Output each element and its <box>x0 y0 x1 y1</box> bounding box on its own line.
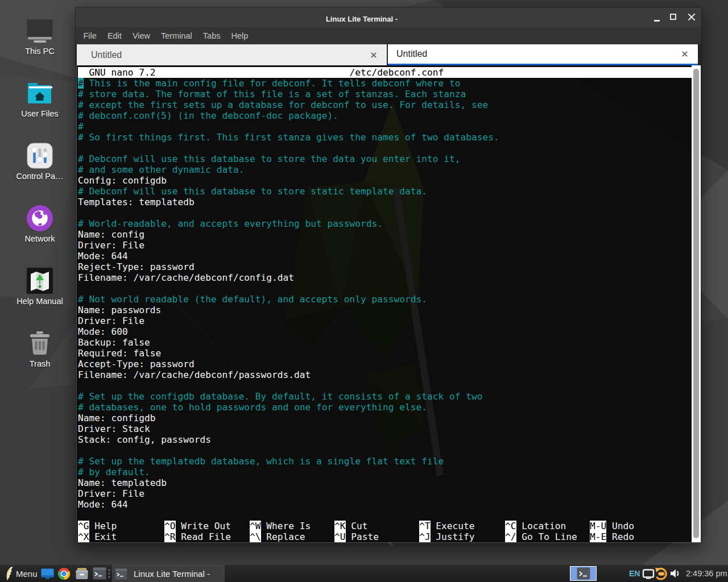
minimize-icon <box>654 20 660 22</box>
nano-line: # Debconf will use this database to stor… <box>78 153 692 164</box>
nano-shortcut-key: ^G <box>78 521 89 531</box>
desktop-icon-label: Trash <box>0 359 80 368</box>
nano-shortcut-key: ^X <box>78 531 89 542</box>
nano-line: Name: config <box>78 229 692 240</box>
nano-line: Stack: config, passwords <box>78 434 692 445</box>
control-panel-icon <box>26 142 53 169</box>
desktop-icon-control-pa[interactable]: Control Pa… <box>0 142 80 199</box>
nano-shortcut-bar: ^G Help^X Exit^O Write Out^R Read File^W… <box>78 521 692 542</box>
maximize-icon <box>670 14 676 20</box>
volume-tray-button[interactable] <box>669 565 682 582</box>
menu-terminal[interactable]: Terminal <box>156 31 198 40</box>
menu-view[interactable]: View <box>127 31 155 40</box>
nano-line <box>78 207 692 218</box>
window-titlebar[interactable]: Linux Lite Terminal - <box>76 7 701 27</box>
terminal-tab-1[interactable]: Untitled <box>77 44 387 65</box>
menu-button[interactable] <box>3 565 13 582</box>
nano-line <box>78 283 692 294</box>
nano-shortcut-key: ^W <box>250 521 261 531</box>
menu-tabs[interactable]: Tabs <box>197 31 226 40</box>
nano-shortcut-key: ^J <box>419 531 431 542</box>
nano-line: # except the first sets up a database fo… <box>78 99 692 110</box>
menu-help[interactable]: Help <box>226 31 254 40</box>
keyboard-layout-indicator[interactable]: EN <box>629 565 640 582</box>
nano-line: Mode: 600 <box>78 326 692 337</box>
menu-edit[interactable]: Edit <box>102 31 127 40</box>
tab-close-icon[interactable] <box>681 50 689 58</box>
maximize-button[interactable] <box>668 7 681 27</box>
volume-icon <box>669 568 682 579</box>
window-title: Linux Lite Terminal - <box>326 15 398 23</box>
nano-line: Name: configdb <box>78 413 692 423</box>
nano-line: # Not world readable (the default), and … <box>78 294 692 305</box>
terminal-scrollbar[interactable] <box>692 65 701 542</box>
nano-line <box>78 380 692 391</box>
nano-line: Required: false <box>78 348 692 359</box>
chrome-launcher[interactable] <box>57 565 71 582</box>
desktop-icon-label: Control Pa… <box>0 172 80 181</box>
terminal-launcher[interactable] <box>93 565 106 582</box>
pager-terminal-icon <box>576 567 592 580</box>
scrollbar-thumb[interactable] <box>693 69 699 538</box>
tasklist-handle[interactable] <box>107 565 111 582</box>
nano-line: Driver: File <box>78 315 692 326</box>
linux-lite-logo-icon <box>3 567 13 580</box>
desktop-icon-help-manual[interactable]: Help Manual <box>0 267 80 324</box>
tab-bar: Untitled Untitled <box>76 44 701 65</box>
menu-button-label[interactable]: Menu <box>16 565 38 582</box>
nano-cursor: # <box>78 78 84 89</box>
display-icon <box>642 568 655 579</box>
desktop-icon-this-pc[interactable]: This PC <box>0 17 80 74</box>
terminal-tab-2[interactable]: Untitled <box>388 44 698 65</box>
nano-line: Reject-Type: password <box>78 261 692 272</box>
nano-line: Accept-Type: password <box>78 359 692 369</box>
show-desktop-icon <box>41 568 54 579</box>
minimize-button[interactable] <box>652 7 665 27</box>
handle-dots-icon <box>107 567 111 580</box>
nano-line: Templates: templatedb <box>78 197 692 207</box>
tab-close-icon[interactable] <box>370 51 378 59</box>
help-manual-icon <box>26 267 53 294</box>
nano-shortcut-key: ^K <box>334 521 346 531</box>
nano-line: # Debconf will use this database to stor… <box>78 186 692 197</box>
nano-shortcut-key: ^C <box>505 521 516 531</box>
nano-line: Config: configdb <box>78 175 692 186</box>
taskbar-clock[interactable]: 2:49:36 pm <box>686 565 727 582</box>
chrome-icon <box>57 567 71 580</box>
file-manager-icon <box>75 567 89 580</box>
desktop-icon-network[interactable]: Network <box>0 205 80 261</box>
desktop-icon-label: Network <box>0 234 80 243</box>
nano-line: Driver: File <box>78 488 692 499</box>
nano-shortcut-key: ^U <box>334 531 346 542</box>
trash-icon <box>26 330 53 357</box>
show-desktop-launcher[interactable] <box>41 565 54 582</box>
close-button[interactable] <box>686 7 700 27</box>
nano-shortcut: M-U Undo <box>590 521 692 531</box>
home-folder-icon <box>26 80 53 107</box>
updates-icon <box>654 567 668 581</box>
nano-shortcut-key: ^T <box>419 521 431 531</box>
nano-line: Driver: File <box>78 240 692 251</box>
nano-line: # Set up the configdb database. By defau… <box>78 391 692 402</box>
nano-line: # This is the main config file for debco… <box>78 78 692 89</box>
nano-line <box>78 510 692 521</box>
file-manager-launcher[interactable] <box>75 565 89 582</box>
nano-line: # World-readable, and accepts everything… <box>78 218 692 229</box>
display-tray-button[interactable] <box>642 565 655 582</box>
desktop-icon-trash[interactable]: Trash <box>0 330 80 386</box>
menu-bar: File Edit View Terminal Tabs Help <box>76 27 701 44</box>
workspace-pager[interactable] <box>570 566 597 581</box>
desktop-icon-label: Help Manual <box>0 297 80 306</box>
desktop-icon-label: User Files <box>0 109 80 118</box>
nano-line: # store data. The format of this file is… <box>78 89 692 99</box>
desktop-icon-user-files[interactable]: User Files <box>0 80 80 136</box>
taskbar-window-button[interactable]: Linux Lite Terminal - <box>112 565 225 582</box>
nano-line <box>78 445 692 456</box>
menu-file[interactable]: File <box>78 31 102 40</box>
nano-line: # and some other dynamic data. <box>78 164 692 175</box>
close-icon <box>688 13 696 21</box>
nano-shortcut-key: ^O <box>164 521 176 531</box>
nano-line: Mode: 644 <box>78 499 692 510</box>
updates-tray-button[interactable] <box>654 565 668 582</box>
terminal-screen[interactable]: GNU nano 7.2 /etc/debconf.conf# This is … <box>77 65 692 542</box>
